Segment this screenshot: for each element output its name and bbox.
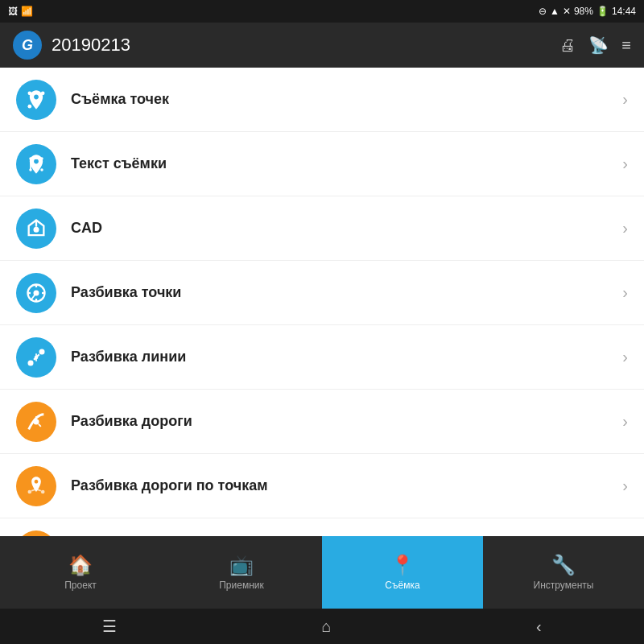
menu-item-stakeout-road[interactable]: Разбивка дороги › (0, 390, 644, 454)
nav-project[interactable]: 🏠 Проект (0, 536, 161, 609)
stakeout-line-icon (16, 337, 56, 378)
chevron-icon: › (622, 412, 628, 431)
back-btn[interactable]: ☰ (102, 617, 117, 636)
signal-off-icon: ✕ (563, 6, 571, 17)
nav-project-label: Проект (64, 580, 97, 591)
menu-item-survey-text[interactable]: Текст съёмки › (0, 132, 644, 196)
wifi-icon: ▲ (550, 6, 559, 17)
status-left: 🖼 📶 (8, 6, 33, 17)
svg-point-6 (40, 168, 43, 171)
nav-survey-label: Съёмка (385, 580, 419, 591)
svg-point-2 (28, 104, 32, 108)
battery-text: 98% (574, 6, 593, 17)
header-icons: 🖨 📡 ≡ (559, 35, 631, 55)
svg-line-25 (39, 423, 41, 426)
chevron-icon: › (622, 155, 628, 173)
nav-tools[interactable]: 🔧 Инструменты (483, 536, 644, 609)
survey-text-icon (16, 144, 56, 184)
survey-icon: 📍 (390, 554, 415, 576)
chevron-icon: › (622, 90, 628, 109)
survey-points-label: Съёмка точек (71, 90, 622, 109)
chevron-icon: › (622, 348, 628, 366)
photo-icon: 🖼 (8, 6, 18, 17)
bottom-nav: 🏠 Проект 📺 Приемник 📍 Съёмка 🔧 Инструмен… (0, 536, 644, 609)
menu-icon[interactable]: ≡ (621, 36, 631, 55)
header: G 20190213 🖨 📡 ≡ (0, 23, 644, 68)
home-btn[interactable]: ⌂ (322, 617, 332, 636)
receiver-icon: 📺 (229, 554, 254, 576)
stakeout-road-label: Разбивка дороги (71, 412, 622, 431)
svg-point-10 (34, 226, 39, 232)
svg-point-0 (28, 91, 32, 95)
system-nav: ☰ ⌂ ‹ (0, 609, 644, 644)
stakeout-road-points-icon (16, 466, 56, 506)
cad-label: CAD (71, 219, 622, 237)
menu-item-stakeout-road-points[interactable]: Разбивка дороги по точкам › (0, 454, 644, 518)
project-title: 20190213 (52, 35, 550, 56)
status-right: ⊖ ▲ ✕ 98% 🔋 14:44 (539, 6, 636, 17)
nav-tools-label: Инструменты (534, 580, 594, 591)
menu-item-stakeout-point[interactable]: Разбивка точки › (0, 261, 644, 325)
sim-icon: 📶 (21, 6, 33, 17)
svg-point-26 (28, 489, 32, 493)
chevron-icon: › (622, 477, 628, 495)
stakeout-road-intersection-icon (16, 530, 56, 537)
menu-item-survey-points[interactable]: Съёмка точек › (0, 68, 644, 132)
nav-receiver-label: Приемник (219, 580, 264, 591)
app-logo: G (13, 31, 42, 60)
main-content: Съёмка точек › Текст съёмки › (0, 68, 644, 536)
survey-points-icon (16, 80, 56, 120)
home-icon: 🏠 (68, 554, 93, 576)
chevron-icon: › (622, 219, 628, 237)
stakeout-road-icon (16, 402, 56, 442)
stakeout-road-points-label: Разбивка дороги по точкам (71, 477, 622, 495)
svg-point-23 (34, 419, 39, 424)
battery-icon: 🔋 (597, 6, 609, 17)
time: 14:44 (612, 6, 636, 17)
print-icon[interactable]: 🖨 (559, 36, 576, 55)
satellite-icon[interactable]: 📡 (588, 35, 609, 55)
stakeout-point-label: Разбивка точки (71, 283, 622, 302)
nav-survey[interactable]: 📍 Съёмка (322, 536, 483, 609)
status-bar: 🖼 📶 ⊖ ▲ ✕ 98% 🔋 14:44 (0, 0, 644, 23)
stakeout-point-icon (16, 273, 56, 313)
survey-text-label: Текст съёмки (71, 155, 622, 173)
menu-item-cad[interactable]: CAD › (0, 196, 644, 261)
cad-icon (16, 208, 56, 249)
svg-point-27 (41, 489, 45, 493)
menu-item-stakeout-road-intersection[interactable]: Разбивка дороги по пересечению › (0, 518, 644, 536)
menu-item-stakeout-line[interactable]: Разбивка линии › (0, 325, 644, 390)
minus-icon: ⊖ (539, 6, 547, 17)
chevron-icon: › (622, 283, 628, 302)
tools-icon: 🔧 (551, 554, 576, 576)
nav-receiver[interactable]: 📺 Приемник (161, 536, 322, 609)
recent-btn[interactable]: ‹ (536, 617, 542, 636)
svg-point-1 (41, 91, 45, 95)
stakeout-line-label: Разбивка линии (71, 348, 622, 366)
